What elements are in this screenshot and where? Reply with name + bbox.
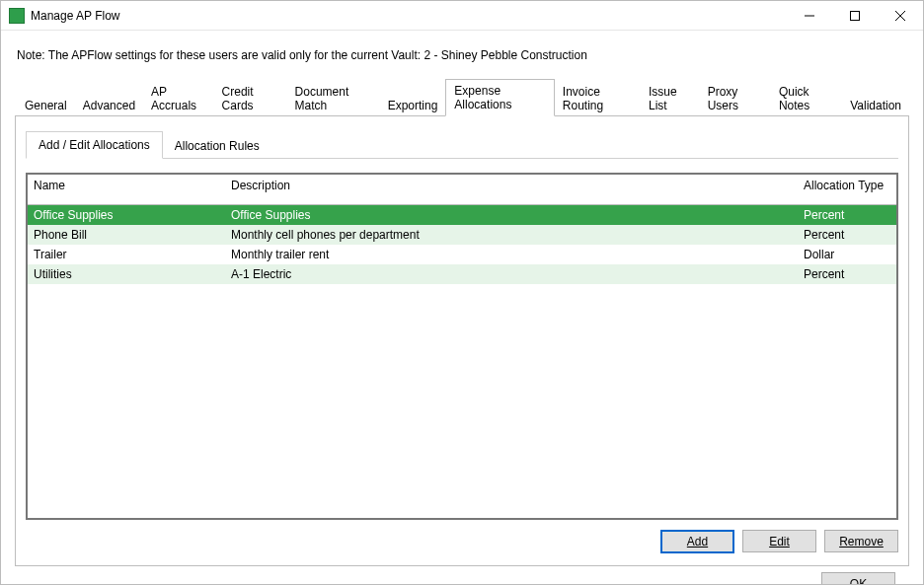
remove-button[interactable]: Remove	[824, 530, 898, 552]
tab-document-match[interactable]: Document Match	[287, 81, 380, 116]
tab-ap-accruals[interactable]: AP Accruals	[143, 81, 214, 116]
add-button[interactable]: Add	[660, 530, 734, 553]
table-row[interactable]: TrailerMonthly trailer rentDollar	[28, 245, 896, 264]
col-header-name[interactable]: Name	[28, 175, 225, 204]
tab-issue-list[interactable]: Issue List	[641, 81, 700, 116]
window-title: Manage AP Flow	[31, 9, 120, 23]
col-header-type[interactable]: Allocation Type	[798, 175, 896, 204]
cell-name: Trailer	[28, 245, 225, 264]
tab-validation[interactable]: Validation	[842, 95, 909, 116]
table-row[interactable]: Office SuppliesOffice SuppliesPercent	[28, 204, 896, 225]
subtab-add-edit-allocations[interactable]: Add / Edit Allocations	[26, 131, 163, 159]
cell-description: Monthly trailer rent	[225, 245, 798, 264]
close-button[interactable]	[878, 1, 923, 31]
sub-tabs: Add / Edit AllocationsAllocation Rules	[26, 130, 898, 159]
edit-button[interactable]: Edit	[742, 530, 816, 552]
close-icon	[895, 11, 905, 21]
tab-proxy-users[interactable]: Proxy Users	[700, 81, 771, 116]
col-header-description[interactable]: Description	[225, 175, 798, 204]
tab-credit-cards[interactable]: Credit Cards	[214, 81, 287, 116]
cell-type: Percent	[798, 204, 896, 225]
cell-description: Office Supplies	[225, 204, 798, 225]
cell-name: Utilities	[28, 264, 225, 284]
cell-name: Office Supplies	[28, 204, 225, 225]
tab-advanced[interactable]: Advanced	[75, 95, 143, 116]
subtab-allocation-rules[interactable]: Allocation Rules	[163, 133, 271, 159]
tab-general[interactable]: General	[17, 95, 75, 116]
tab-invoice-routing[interactable]: Invoice Routing	[555, 81, 641, 116]
cell-type: Percent	[798, 264, 896, 284]
table-row[interactable]: Phone BillMonthly cell phones per depart…	[28, 225, 896, 245]
dialog-buttons: OK	[15, 566, 909, 585]
cell-type: Dollar	[798, 245, 896, 264]
action-buttons: Add Edit Remove	[26, 530, 898, 553]
tab-panel: Add / Edit AllocationsAllocation Rules N…	[15, 116, 909, 566]
table-row[interactable]: UtilitiesA-1 ElectricPercent	[28, 264, 896, 284]
maximize-button[interactable]	[832, 1, 878, 31]
ok-button[interactable]: OK	[821, 572, 895, 585]
cell-name: Phone Bill	[28, 225, 225, 245]
main-tabs: GeneralAdvancedAP AccrualsCredit CardsDo…	[15, 78, 909, 116]
cell-description: A-1 Electric	[225, 264, 798, 284]
cell-type: Percent	[798, 225, 896, 245]
titlebar: Manage AP Flow	[1, 1, 923, 31]
minimize-icon	[805, 11, 814, 21]
app-icon	[9, 8, 25, 24]
cell-description: Monthly cell phones per department	[225, 225, 798, 245]
minimize-button[interactable]	[787, 1, 832, 31]
tab-quick-notes[interactable]: Quick Notes	[771, 81, 842, 116]
allocations-table: Name Description Allocation Type Office …	[26, 173, 898, 520]
note-text: Note: The APFlow settings for these user…	[17, 48, 909, 62]
tab-expense-allocations[interactable]: Expense Allocations	[445, 79, 554, 116]
maximize-icon	[850, 11, 860, 21]
svg-rect-1	[851, 11, 860, 20]
tab-exporting[interactable]: Exporting	[380, 95, 446, 116]
